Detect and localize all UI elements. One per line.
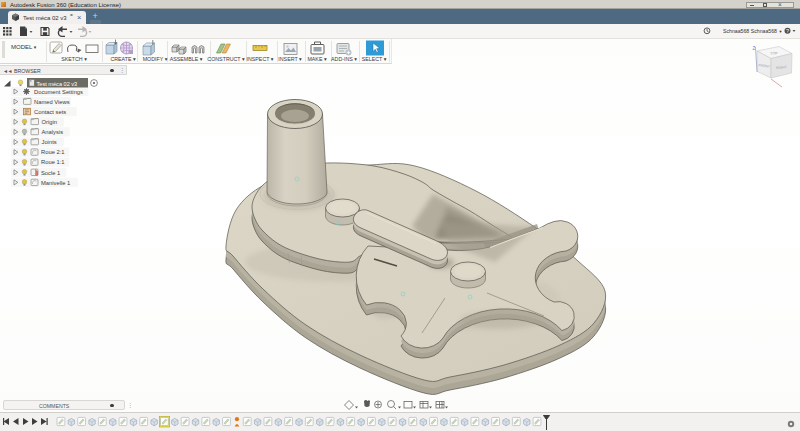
svg-text:Document Settings: Document Settings [34,89,83,95]
svg-text:Roue 2:1: Roue 2:1 [41,149,65,155]
svg-text:Roue 1:1: Roue 1:1 [41,159,65,165]
svg-text:?: ? [786,28,789,34]
svg-text:Z: Z [753,46,756,51]
svg-text:Manivelle 1: Manivelle 1 [41,180,70,186]
svg-text:Named Views: Named Views [34,99,70,105]
svg-text:Analysis: Analysis [42,129,64,135]
svg-text:TOP: TOP [770,51,778,55]
svg-text:Socle 1: Socle 1 [41,170,60,176]
svg-text:Origin: Origin [42,119,57,125]
svg-text:Test méca 02 v3: Test méca 02 v3 [37,81,78,87]
svg-text:Contact sets: Contact sets [34,109,66,115]
svg-text:Joints: Joints [42,139,57,145]
